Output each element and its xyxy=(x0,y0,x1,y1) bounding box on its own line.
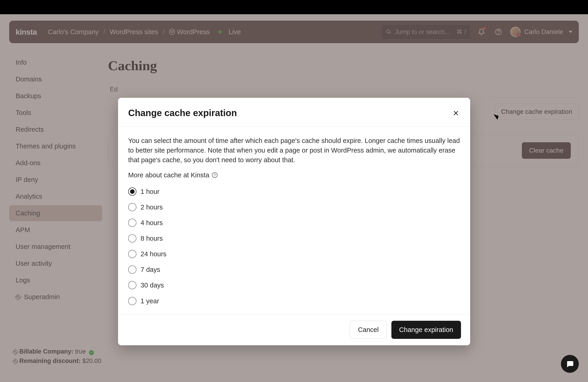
expiration-option[interactable]: 24 hours xyxy=(128,249,460,259)
expiration-option[interactable]: 1 hour xyxy=(128,187,460,196)
radio-icon xyxy=(128,266,136,274)
expiration-options: 1 hour2 hours4 hours8 hours24 hours7 day… xyxy=(128,187,460,306)
expiration-option[interactable]: 8 hours xyxy=(128,233,460,243)
expiration-option[interactable]: 7 days xyxy=(128,265,460,274)
option-label: 4 hours xyxy=(141,218,163,228)
modal-description: You can select the amount of time after … xyxy=(128,136,460,165)
option-label: 2 hours xyxy=(141,202,163,212)
expiration-option[interactable]: 30 days xyxy=(128,280,460,290)
modal-header: Change cache expiration xyxy=(118,98,470,127)
chat-icon xyxy=(566,360,574,368)
more-about-cache-link[interactable]: More about cache at Kinsta ? xyxy=(128,170,460,180)
expiration-option[interactable]: 2 hours xyxy=(128,202,460,212)
radio-icon xyxy=(128,281,136,289)
modal-body: You can select the amount of time after … xyxy=(118,127,470,314)
radio-icon xyxy=(128,219,136,227)
option-label: 8 hours xyxy=(141,233,163,243)
radio-icon xyxy=(128,250,136,258)
cancel-button[interactable]: Cancel xyxy=(350,321,387,339)
chat-widget[interactable] xyxy=(561,355,579,373)
modal-title: Change cache expiration xyxy=(128,108,237,118)
expiration-option[interactable]: 1 year xyxy=(128,296,460,306)
radio-icon xyxy=(128,297,136,305)
more-link-label: More about cache at Kinsta xyxy=(128,170,209,180)
radio-icon xyxy=(128,203,136,211)
help-icon: ? xyxy=(212,172,217,178)
option-label: 24 hours xyxy=(141,249,167,259)
change-cache-expiration-modal: Change cache expiration You can select t… xyxy=(118,98,470,345)
expiration-option[interactable]: 4 hours xyxy=(128,218,460,228)
option-label: 7 days xyxy=(141,265,160,274)
option-label: 1 year xyxy=(141,296,159,306)
change-expiration-button[interactable]: Change expiration xyxy=(391,321,461,339)
modal-footer: Cancel Change expiration xyxy=(118,314,470,345)
option-label: 1 hour xyxy=(141,187,159,196)
radio-icon xyxy=(128,234,136,243)
radio-icon xyxy=(128,188,136,196)
option-label: 30 days xyxy=(141,280,164,290)
close-button[interactable] xyxy=(452,109,460,117)
